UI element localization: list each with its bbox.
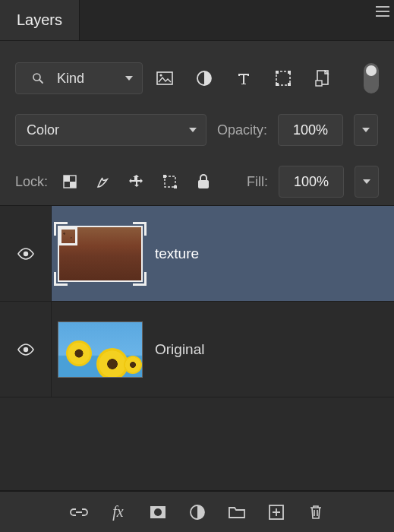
- panel-menu-button[interactable]: [371, 0, 394, 23]
- layer-thumb-wrap: [52, 226, 155, 282]
- blend-row: Color Opacity: 100%: [0, 106, 394, 154]
- lock-transparency-icon[interactable]: [58, 170, 81, 193]
- search-icon: [27, 67, 49, 90]
- filter-smartobject-icon[interactable]: [311, 67, 334, 90]
- chevron-down-icon: [362, 128, 370, 132]
- chevron-down-icon: [189, 128, 197, 132]
- layers-footer: fx: [0, 491, 394, 532]
- filter-toggle[interactable]: [364, 63, 379, 93]
- link-layers-button[interactable]: [69, 502, 89, 522]
- svg-rect-6: [288, 71, 291, 74]
- lock-row: Lock: Fill: 100%: [0, 158, 394, 205]
- opacity-label: Opacity:: [217, 122, 267, 138]
- svg-point-18: [23, 251, 27, 255]
- svg-rect-13: [70, 182, 76, 188]
- svg-rect-12: [64, 176, 70, 182]
- filter-type-icon[interactable]: [232, 67, 255, 90]
- filter-shape-icon[interactable]: [272, 67, 295, 90]
- opacity-value: 100%: [293, 122, 328, 138]
- layer-thumbnail[interactable]: [58, 321, 143, 378]
- filter-kind-label: Kind: [57, 71, 118, 87]
- new-group-button[interactable]: [227, 502, 247, 522]
- filter-adjustment-icon[interactable]: [193, 67, 216, 90]
- lock-position-icon[interactable]: [125, 170, 148, 193]
- chevron-down-icon: [363, 179, 370, 184]
- chevron-down-icon: [125, 76, 133, 81]
- svg-rect-14: [165, 176, 175, 187]
- filter-type-icons: [153, 63, 379, 93]
- blend-mode-label: Color: [27, 122, 181, 138]
- svg-point-21: [154, 508, 162, 516]
- visibility-toggle[interactable]: [0, 206, 52, 301]
- layer-name[interactable]: Original: [155, 341, 394, 358]
- layer-style-button[interactable]: fx: [109, 502, 128, 522]
- layer-name[interactable]: texture: [155, 245, 394, 262]
- lock-image-icon[interactable]: [92, 170, 115, 193]
- opacity-slider-button[interactable]: [354, 114, 378, 146]
- svg-rect-17: [198, 180, 209, 188]
- visibility-toggle[interactable]: [0, 302, 52, 397]
- svg-rect-15: [163, 175, 166, 178]
- svg-rect-7: [276, 83, 279, 86]
- tab-label: Layers: [17, 11, 62, 29]
- filter-row: Kind: [0, 55, 394, 102]
- new-layer-button[interactable]: [266, 502, 286, 522]
- fill-slider-button[interactable]: [355, 166, 379, 198]
- tab-layers[interactable]: Layers: [0, 0, 80, 40]
- delete-layer-button[interactable]: [306, 502, 326, 522]
- adjustment-layer-button[interactable]: [188, 502, 207, 522]
- add-mask-button[interactable]: [148, 502, 168, 522]
- lock-all-icon[interactable]: [192, 170, 215, 193]
- svg-rect-5: [276, 71, 279, 74]
- blend-mode-dropdown[interactable]: Color: [15, 114, 206, 146]
- layers-panel: Layers Kind: [0, 0, 394, 532]
- eye-icon: [17, 344, 35, 356]
- opacity-input[interactable]: 100%: [278, 114, 343, 146]
- svg-point-2: [159, 74, 162, 76]
- filter-pixel-icon[interactable]: [153, 67, 176, 90]
- fill-input[interactable]: 100%: [279, 166, 344, 198]
- layer-thumb-wrap: [52, 321, 155, 378]
- layer-thumbnail[interactable]: [58, 226, 143, 282]
- lock-artboard-icon[interactable]: [159, 170, 181, 193]
- lock-label: Lock:: [15, 174, 48, 190]
- layers-list[interactable]: texture Original: [0, 205, 394, 491]
- svg-rect-10: [316, 81, 322, 86]
- tab-bar: Layers: [0, 0, 394, 41]
- layer-row-original[interactable]: Original: [0, 302, 394, 397]
- fill-label: Fill:: [247, 174, 268, 190]
- svg-point-19: [23, 347, 27, 351]
- svg-rect-1: [157, 72, 172, 84]
- filter-kind-dropdown[interactable]: Kind: [15, 62, 143, 94]
- svg-rect-16: [174, 185, 177, 188]
- svg-rect-8: [288, 83, 291, 86]
- layer-row-texture[interactable]: texture: [0, 206, 394, 302]
- fill-value: 100%: [294, 174, 329, 190]
- eye-icon: [17, 248, 35, 260]
